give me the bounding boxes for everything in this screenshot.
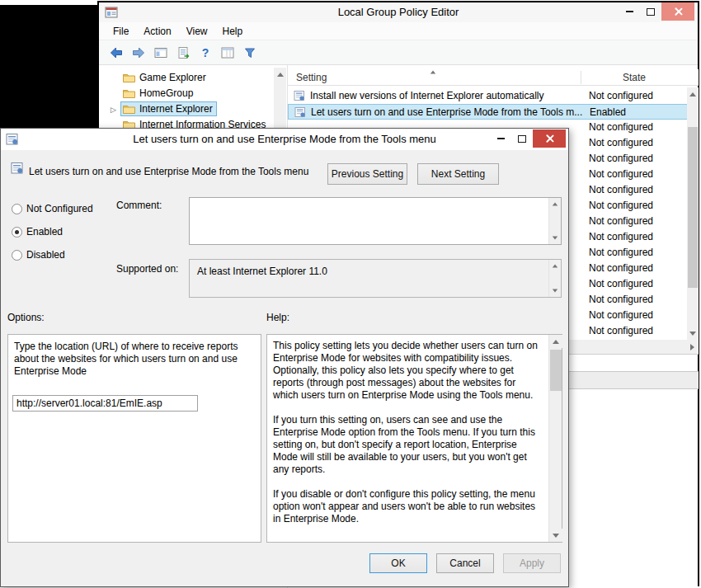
dialog-titlebar[interactable]: Let users turn on and use Enterprise Mod… — [1, 129, 568, 150]
gpe-titlebar[interactable]: Local Group Policy Editor — [99, 2, 698, 22]
folder-icon — [123, 104, 135, 114]
close-button[interactable] — [661, 2, 694, 21]
scroll-up-button[interactable] — [549, 335, 562, 348]
back-arrow-icon[interactable] — [109, 45, 124, 60]
scroll-down-button[interactable] — [687, 327, 699, 340]
setting-row-state[interactable]: Not configured — [589, 214, 686, 229]
scrollbar-thumb[interactable] — [550, 350, 562, 391]
tree-item-game-explorer[interactable]: Game Explorer — [111, 69, 210, 85]
comment-label: Comment: — [116, 200, 162, 211]
setting-row-state[interactable]: Not configured — [589, 245, 686, 261]
close-icon — [545, 134, 553, 143]
radio-not-configured-label[interactable]: Not Configured — [26, 204, 93, 214]
setting-row-state[interactable]: Not configured — [589, 182, 686, 198]
options-label: Options: — [7, 312, 45, 323]
menu-help[interactable]: Help — [215, 23, 251, 40]
console-window-glyph — [220, 45, 235, 60]
show-console-tree-glyph — [153, 45, 168, 60]
triangle-up-icon — [689, 92, 696, 96]
filter-icon[interactable] — [242, 45, 257, 60]
console-window-icon[interactable] — [220, 45, 235, 60]
setting-row-state[interactable]: Not configured — [589, 167, 686, 182]
folder-icon — [123, 88, 135, 98]
triangle-down-icon — [553, 534, 559, 538]
dialog-window-controls — [490, 129, 566, 148]
minimize-button[interactable] — [490, 129, 511, 148]
maximize-button[interactable] — [640, 2, 661, 21]
column-header-setting[interactable]: Setting — [296, 72, 327, 83]
forward-arrow-icon[interactable] — [131, 45, 146, 60]
policy-setting-icon — [11, 162, 24, 177]
tree-item-label: Game Explorer — [139, 72, 206, 83]
close-button[interactable] — [533, 129, 566, 148]
show-console-tree-icon[interactable] — [153, 45, 168, 60]
options-panel: Type the location (URL) of where to rece… — [7, 334, 261, 543]
tree-node: Game Explorer — [120, 70, 210, 85]
dialog-title: Let users turn on and use Enterprise Mod… — [1, 129, 568, 150]
sort-ascending-icon — [430, 71, 435, 74]
back-arrow-glyph — [109, 45, 124, 60]
triangle-up-icon — [553, 203, 558, 206]
expand-arrow-icon[interactable] — [111, 103, 120, 115]
setting-row-state[interactable]: Not configured — [589, 135, 686, 151]
cancel-button[interactable]: Cancel — [436, 553, 494, 573]
tree-item-homegroup[interactable]: HomeGroup — [111, 85, 197, 101]
scrollbar-thumb[interactable] — [688, 127, 698, 288]
tree-item-internet-explorer[interactable]: Internet Explorer — [111, 101, 217, 116]
maximize-icon — [518, 135, 526, 143]
report-url-input[interactable] — [12, 395, 198, 412]
help-label: Help: — [266, 312, 289, 323]
setting-row-enterprise-mode[interactable]: Let users turn on and use Enterprise Mod… — [288, 104, 688, 120]
setting-row-state[interactable]: Not configured — [589, 308, 686, 323]
tree-item-label: HomeGroup — [139, 87, 193, 99]
scroll-right-button[interactable] — [685, 340, 699, 354]
menu-file[interactable]: File — [106, 23, 136, 40]
maximize-icon — [647, 8, 655, 16]
scroll-down-button[interactable] — [549, 529, 562, 542]
radio-disabled-label[interactable]: Disabled — [26, 250, 65, 261]
scroll-up-button[interactable] — [274, 68, 286, 81]
options-description: Type the location (URL) of where to rece… — [14, 341, 255, 378]
scroll-up-button[interactable] — [687, 87, 699, 101]
column-header-state[interactable]: State — [581, 72, 688, 83]
setting-row-install-new-versions[interactable]: Install new versions of Internet Explore… — [288, 88, 688, 104]
setting-row-state[interactable]: Not configured — [589, 261, 686, 276]
setting-row-state[interactable]: Not configured — [589, 292, 686, 308]
apply-button[interactable]: Apply — [503, 553, 561, 573]
maximize-button[interactable] — [511, 129, 533, 148]
ok-button[interactable]: OK — [369, 553, 427, 573]
radio-enabled-label[interactable]: Enabled — [26, 227, 63, 238]
previous-setting-button[interactable]: Previous Setting — [327, 163, 407, 185]
comment-textarea[interactable] — [189, 197, 562, 245]
setting-row-state[interactable]: Not configured — [589, 276, 686, 292]
minimize-button[interactable] — [619, 2, 640, 21]
supported-on-value: At least Internet Explorer 11.0 — [197, 266, 327, 277]
menu-action[interactable]: Action — [136, 23, 178, 40]
desktop-background — [0, 5, 97, 128]
list-vertical-scrollbar[interactable] — [687, 87, 699, 340]
policy-dialog: Let users turn on and use Enterprise Mod… — [0, 128, 569, 587]
help-icon[interactable] — [198, 45, 213, 60]
list-header: Setting State — [288, 69, 699, 86]
setting-row-state[interactable]: Not configured — [589, 151, 686, 167]
radio-enabled[interactable] — [12, 227, 22, 238]
export-list-glyph — [176, 45, 191, 60]
export-list-icon[interactable] — [176, 45, 191, 60]
folder-icon — [123, 73, 135, 82]
setting-row-state[interactable]: Not configured — [589, 229, 686, 245]
radio-not-configured[interactable] — [12, 204, 22, 214]
menu-view[interactable]: View — [179, 23, 215, 40]
gpe-toolbar — [99, 40, 698, 65]
tree-node-selected: Internet Explorer — [120, 101, 217, 116]
help-paragraph: This policy setting lets you decide whet… — [273, 340, 543, 402]
help-scrollbar[interactable] — [548, 335, 562, 542]
setting-row-state[interactable]: Not configured — [589, 323, 686, 339]
comment-scrollbar[interactable] — [548, 198, 561, 244]
next-setting-button[interactable]: Next Setting — [417, 163, 499, 185]
radio-disabled[interactable] — [12, 250, 22, 261]
close-icon — [674, 7, 682, 16]
gpe-menubar: File Action View Help — [99, 22, 698, 40]
setting-row-state[interactable]: Not configured — [589, 198, 686, 214]
triangle-down-icon — [553, 237, 558, 240]
setting-row-state[interactable]: Not configured — [589, 120, 686, 135]
